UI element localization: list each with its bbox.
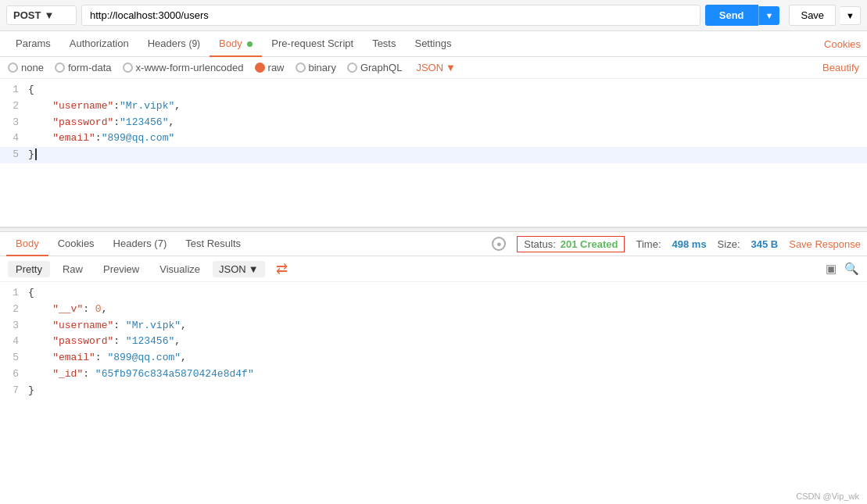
status-info: ● Status: 201 Created Time: 498 ms Size:… — [492, 236, 861, 252]
search-icon[interactable]: 🔍 — [844, 262, 859, 276]
resp-code-6: "_id": "65fb976c834a5870424e8d4f" — [28, 366, 867, 383]
fmt-tab-visualize[interactable]: Visualize — [152, 261, 208, 277]
response-icons: ▣ 🔍 — [826, 262, 859, 276]
footer: CSDN @Vip_wk — [788, 488, 867, 504]
option-none[interactable]: none — [8, 62, 44, 73]
method-select[interactable]: POST ▼ — [6, 5, 77, 25]
json-format-dropdown[interactable]: JSON ▼ — [213, 261, 265, 277]
json-format-dropdown-icon: ▼ — [249, 263, 259, 275]
tab-pre-request[interactable]: Pre-request Script — [262, 31, 363, 57]
response-body-editor[interactable]: 1 { 2 "__v": 0, 3 "username": "Mr.vipk",… — [0, 282, 867, 402]
tab-authorization[interactable]: Authorization — [60, 31, 138, 57]
status-label: Status: — [524, 238, 555, 250]
resp-tab-body[interactable]: Body — [6, 232, 48, 256]
body-options: none form-data x-www-form-urlencoded raw… — [0, 57, 867, 79]
resp-code-3: "username": "Mr.vipk", — [28, 318, 867, 334]
json-dropdown-icon: ▼ — [446, 62, 456, 73]
req-line-4: 4 "email":"899@qq.com" — [0, 130, 867, 147]
beautify-button[interactable]: Beautify — [822, 62, 859, 73]
copy-icon[interactable]: ▣ — [826, 262, 837, 276]
send-dropdown-button[interactable]: ▼ — [758, 6, 780, 25]
cookies-link[interactable]: Cookies — [824, 38, 861, 50]
req-line-1: 1 { — [0, 82, 867, 98]
tab-params[interactable]: Params — [6, 31, 60, 57]
tab-settings[interactable]: Settings — [405, 31, 460, 57]
resp-line-1: 1 { — [0, 285, 867, 302]
resp-code-4: "password": "123456", — [28, 334, 867, 350]
resp-code-2: "__v": 0, — [28, 302, 867, 318]
resp-line-4: 4 "password": "123456", — [0, 334, 867, 350]
resp-line-6: 6 "_id": "65fb976c834a5870424e8d4f" — [0, 366, 867, 383]
radio-raw — [255, 63, 265, 73]
option-none-label: none — [21, 62, 44, 73]
option-binary[interactable]: binary — [296, 62, 336, 73]
radio-urlencoded — [123, 63, 133, 73]
json-format-label: JSON — [219, 263, 246, 275]
response-tabs-bar: Body Cookies Headers (7) Test Results ● … — [0, 232, 867, 256]
fmt-tab-preview[interactable]: Preview — [95, 261, 147, 277]
resp-code-7: } — [28, 383, 867, 399]
save-dropdown-button[interactable]: ▼ — [840, 6, 861, 25]
size-value: 345 B — [751, 238, 779, 250]
option-urlencoded[interactable]: x-www-form-urlencoded — [123, 62, 244, 73]
status-box: Status: 201 Created — [517, 236, 625, 252]
json-label: JSON — [416, 62, 443, 73]
req-line-3: 3 "password":"123456", — [0, 115, 867, 131]
option-binary-label: binary — [309, 62, 336, 73]
tab-body[interactable]: Body — [210, 31, 262, 57]
url-bar: POST ▼ Send ▼ Save ▼ — [0, 0, 867, 31]
time-label: Time: — [636, 238, 661, 250]
option-graphql[interactable]: GraphQL — [347, 62, 402, 73]
option-graphql-label: GraphQL — [360, 62, 402, 73]
req-linenum-5: 5 — [0, 147, 28, 163]
req-code-4: "email":"899@qq.com" — [28, 130, 867, 147]
fmt-tab-raw[interactable]: Raw — [55, 261, 91, 277]
tab-tests[interactable]: Tests — [363, 31, 405, 57]
resp-linenum-2: 2 — [0, 302, 28, 318]
save-button[interactable]: Save — [789, 5, 836, 26]
resp-code-1: { — [28, 285, 867, 302]
footer-label: CSDN @Vip_wk — [796, 491, 859, 501]
option-raw[interactable]: raw — [255, 62, 285, 73]
resp-linenum-7: 7 — [0, 383, 28, 399]
resp-code-5: "email": "899@qq.com", — [28, 350, 867, 366]
option-form-data[interactable]: form-data — [55, 62, 112, 73]
save-response-button[interactable]: Save Response — [789, 238, 861, 250]
radio-graphql — [347, 63, 357, 73]
resp-headers-badge: (7) — [154, 238, 167, 249]
resp-line-2: 2 "__v": 0, — [0, 302, 867, 318]
fmt-tab-pretty[interactable]: Pretty — [8, 261, 50, 277]
resp-linenum-5: 5 — [0, 350, 28, 366]
request-body-editor[interactable]: 1 { 2 "username":"Mr.vipk", 3 "password"… — [0, 79, 867, 227]
option-form-data-label: form-data — [68, 62, 112, 73]
resp-tab-test-results[interactable]: Test Results — [176, 232, 250, 256]
wrap-icon[interactable]: ⇄ — [276, 260, 288, 277]
size-label: Size: — [718, 238, 740, 250]
req-linenum-4: 4 — [0, 130, 28, 147]
req-line-5: 5 } — [0, 147, 867, 163]
option-urlencoded-label: x-www-form-urlencoded — [136, 62, 244, 73]
req-code-1: { — [28, 82, 867, 98]
option-raw-label: raw — [268, 62, 285, 73]
req-code-3: "password":"123456", — [28, 115, 867, 131]
resp-tab-cookies[interactable]: Cookies — [48, 232, 104, 256]
body-dot — [247, 41, 253, 47]
radio-binary — [296, 63, 306, 73]
resp-tab-headers[interactable]: Headers (7) — [104, 232, 177, 256]
send-btn-group: Send ▼ — [705, 5, 780, 26]
req-linenum-1: 1 — [0, 82, 28, 98]
tab-headers[interactable]: Headers (9) — [138, 31, 210, 57]
resp-line-3: 3 "username": "Mr.vipk", — [0, 318, 867, 334]
response-format-bar: Pretty Raw Preview Visualize JSON ▼ ⇄ ▣ … — [0, 256, 867, 282]
send-button[interactable]: Send — [705, 5, 758, 26]
time-value: 498 ms — [672, 238, 707, 250]
req-line-2: 2 "username":"Mr.vipk", — [0, 98, 867, 115]
globe-icon: ● — [492, 237, 506, 251]
req-linenum-2: 2 — [0, 98, 28, 115]
json-dropdown[interactable]: JSON ▼ — [416, 62, 456, 73]
radio-none — [8, 63, 18, 73]
method-dropdown-icon: ▼ — [44, 9, 54, 21]
response-section: Body Cookies Headers (7) Test Results ● … — [0, 232, 867, 402]
req-code-2: "username":"Mr.vipk", — [28, 98, 867, 115]
url-input[interactable] — [81, 5, 700, 26]
